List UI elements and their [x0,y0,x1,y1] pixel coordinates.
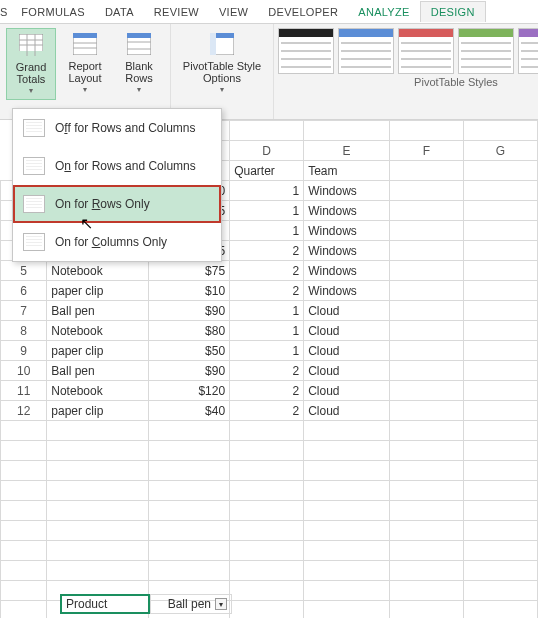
table-row[interactable]: 6paper clip$102Windows [1,281,538,301]
grand-totals-dropdown: Off for Rows and ColumnsOn for Rows and … [12,108,222,262]
cell-team[interactable]: Cloud [304,341,390,361]
row-number[interactable]: 6 [1,281,47,301]
report-layout-icon [71,30,99,58]
col-d[interactable]: D [230,141,304,161]
cell-cost[interactable]: $40 [149,401,230,421]
pivot-filter-value[interactable]: Ball pen ▾ [150,594,232,614]
dd-item-1[interactable]: On for Rows and Columns [13,147,221,185]
cell-quarter[interactable]: 2 [230,261,304,281]
cell-team[interactable]: Windows [304,241,390,261]
table-row[interactable] [1,461,538,481]
dd-item-0[interactable]: Off for Rows and Columns [13,109,221,147]
tab-view[interactable]: VIEW [209,2,258,22]
tab-partial[interactable]: S [0,2,11,22]
col-e[interactable]: E [304,141,390,161]
cell-cost[interactable]: $50 [149,341,230,361]
cell-quarter[interactable]: 2 [230,361,304,381]
dd-item-3[interactable]: On for Columns Only [13,223,221,261]
table-row[interactable]: 8Notebook$801Cloud [1,321,538,341]
table-row[interactable]: 11Notebook$1202Cloud [1,381,538,401]
table-row[interactable]: 9paper clip$501Cloud [1,341,538,361]
cell-quarter[interactable]: 1 [230,221,304,241]
row-number[interactable]: 5 [1,261,47,281]
filter-icon[interactable]: ▾ [215,598,227,610]
table-row[interactable]: 10Ball pen$902Cloud [1,361,538,381]
cell-cost[interactable]: $75 [149,261,230,281]
style-thumb-4[interactable] [518,28,538,74]
row-number[interactable]: 11 [1,381,47,401]
pt-style-options-button[interactable]: PivotTable Style Options ▾ [177,28,267,98]
cell-team[interactable]: Windows [304,201,390,221]
table-row[interactable]: 5Notebook$752Windows [1,261,538,281]
table-row[interactable] [1,521,538,541]
cell-team[interactable]: Cloud [304,381,390,401]
cell-team[interactable]: Windows [304,221,390,241]
cell-quarter[interactable]: 2 [230,241,304,261]
style-thumb-2[interactable] [398,28,454,74]
cell-team[interactable]: Cloud [304,321,390,341]
cell-product[interactable]: Ball pen [47,301,149,321]
style-gallery[interactable] [274,24,538,74]
cell-quarter[interactable]: 2 [230,381,304,401]
chevron-down-icon: ▾ [29,85,33,97]
cell-cost[interactable]: $120 [149,381,230,401]
tab-analyze[interactable]: ANALYZE [348,2,419,22]
style-thumb-0[interactable] [278,28,334,74]
tab-data[interactable]: DATA [95,2,144,22]
cell-quarter[interactable]: 1 [230,301,304,321]
cell-product[interactable]: paper clip [47,401,149,421]
row-number[interactable]: 10 [1,361,47,381]
grand-totals-button[interactable]: Grand Totals ▾ [6,28,56,100]
cell-team[interactable]: Windows [304,281,390,301]
table-row[interactable] [1,441,538,461]
cell-product[interactable]: Notebook [47,321,149,341]
blank-rows-button[interactable]: Blank Rows ▾ [114,28,164,100]
table-row[interactable] [1,501,538,521]
cell-product[interactable]: paper clip [47,341,149,361]
blank-rows-icon [125,30,153,58]
cell-team[interactable]: Cloud [304,401,390,421]
report-layout-button[interactable]: Report Layout ▾ [60,28,110,100]
style-thumb-1[interactable] [338,28,394,74]
table-row[interactable] [1,561,538,581]
tab-formulas[interactable]: FORMULAS [11,2,95,22]
cell-quarter[interactable]: 2 [230,401,304,421]
cell-team[interactable]: Windows [304,181,390,201]
table-row[interactable] [1,481,538,501]
dd-item-2[interactable]: On for Rows Only [13,185,221,223]
cell-quarter[interactable]: 1 [230,341,304,361]
cell-quarter[interactable]: 1 [230,201,304,221]
tab-design[interactable]: DESIGN [420,1,486,22]
grid-icon [23,157,45,175]
table-row[interactable]: 7Ball pen$901Cloud [1,301,538,321]
cell-cost[interactable]: $90 [149,361,230,381]
col-f[interactable]: F [389,141,463,161]
cell-product[interactable]: Notebook [47,381,149,401]
cell-team[interactable]: Cloud [304,361,390,381]
cell-team[interactable]: Cloud [304,301,390,321]
cell-cost[interactable]: $80 [149,321,230,341]
row-number[interactable]: 9 [1,341,47,361]
table-row[interactable]: 12paper clip$402Cloud [1,401,538,421]
cell-product[interactable]: Ball pen [47,361,149,381]
cell-quarter[interactable]: 2 [230,281,304,301]
table-row[interactable] [1,421,538,441]
pivot-filter-field[interactable]: Product [60,594,150,614]
tab-developer[interactable]: DEVELOPER [258,2,348,22]
tab-review[interactable]: REVIEW [144,2,209,22]
col-g[interactable]: G [463,141,537,161]
cell-product[interactable]: Notebook [47,261,149,281]
cell-team[interactable]: Windows [304,261,390,281]
cell-quarter[interactable]: 1 [230,321,304,341]
style-thumb-3[interactable] [458,28,514,74]
ribbon-body: Grand Totals ▾ Report Layout ▾ Blank Row… [0,24,538,120]
pivot-table[interactable]: Product Ball pen ▾ Row Labels ▾ Sum of C… [60,594,236,618]
row-number[interactable]: 12 [1,401,47,421]
row-number[interactable]: 8 [1,321,47,341]
table-row[interactable] [1,541,538,561]
cell-cost[interactable]: $90 [149,301,230,321]
cell-cost[interactable]: $10 [149,281,230,301]
cell-quarter[interactable]: 1 [230,181,304,201]
row-number[interactable]: 7 [1,301,47,321]
cell-product[interactable]: paper clip [47,281,149,301]
